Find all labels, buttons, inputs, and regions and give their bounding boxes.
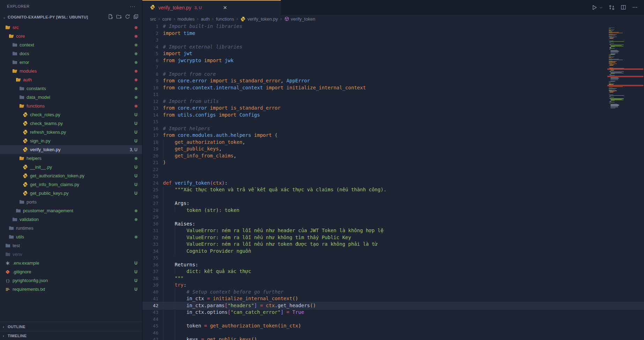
tree-item-verify_token.py[interactable]: verify_token.py3, U <box>0 145 142 154</box>
collapse-folders-button[interactable] <box>133 14 138 21</box>
tree-item-get_public_keys.py[interactable]: get_public_keys.pyU <box>0 189 142 198</box>
explorer-more-icon[interactable]: ··· <box>130 3 136 9</box>
tree-item-utils[interactable]: utils <box>0 232 142 241</box>
code-line-23[interactable]: 23 <box>142 173 644 180</box>
code-line-33[interactable]: 33 ValueError: ném ra lỗi nếu như token … <box>142 241 644 248</box>
code-line-43[interactable]: 43 in_ctx.options["can_catch_error"] = T… <box>142 309 644 316</box>
tree-item-auth[interactable]: auth <box>0 75 142 84</box>
code-line-13[interactable]: 13from core.error import is_standard_err… <box>142 105 644 112</box>
tree-item-docs[interactable]: docs <box>0 49 142 58</box>
tree-item-refresh_tokens.py[interactable]: refresh_tokens.pyU <box>0 128 142 136</box>
code-line-2[interactable]: 2import time <box>142 30 644 37</box>
tree-item-requirements.txt[interactable]: requirements.txtU <box>0 285 142 294</box>
minimap[interactable] <box>609 28 643 111</box>
code-line-31[interactable]: 31 ValueError: ném ra lỗi nếu như header… <box>142 227 644 234</box>
tree-item-error[interactable]: error <box>0 58 142 67</box>
code-line-27[interactable]: 27 Args: <box>142 200 644 207</box>
tree-item-check_roles.py[interactable]: check_roles.pyU <box>0 110 142 119</box>
tree-item-test[interactable]: test <box>0 241 142 250</box>
code-line-45[interactable]: 45 token = get_authorization_token(in_ct… <box>142 323 644 330</box>
code-line-24[interactable]: 24def verify_token(ctx): <box>142 180 644 187</box>
code-line-9[interactable]: 9from core.error import is_standard_erro… <box>142 77 644 84</box>
code-line-34[interactable]: 34 Cognito Provider nguồn <box>142 248 644 255</box>
more-actions-button[interactable] <box>632 5 638 10</box>
tree-item-ports[interactable]: ports <box>0 198 142 206</box>
tree-item-venv[interactable]: venv <box>0 250 142 259</box>
close-icon[interactable]: ✕ <box>223 5 227 10</box>
code-line-12[interactable]: 12# Import from utils <box>142 98 644 105</box>
panel-timeline[interactable]: ›TIMELINE <box>0 331 142 340</box>
new-file-button[interactable] <box>108 14 113 21</box>
code-line-42[interactable]: 42 in_ctx.params["headers"] = ctx.get_he… <box>142 302 644 309</box>
code-line-19[interactable]: 19 get_public_keys, <box>142 146 644 153</box>
tree-item-.env.example[interactable]: .env.exampleU <box>0 259 142 267</box>
code-line-1[interactable]: 1# Import built-in libraries <box>142 23 644 30</box>
tree-item-pyrightconfig.json[interactable]: {}pyrightconfig.jsonU <box>0 276 142 285</box>
tree-item-get_authorization_token.py[interactable]: get_authorization_token.pyU <box>0 171 142 180</box>
tree-item-modules[interactable]: modules <box>0 67 142 75</box>
tree-item-get_info_from_claims.py[interactable]: get_info_from_claims.pyU <box>0 180 142 189</box>
tree-item-validation[interactable]: validation <box>0 215 142 224</box>
tree-item-src[interactable]: src <box>0 23 142 32</box>
code-line-47[interactable]: 47 keys = get_public_keys() <box>142 336 644 340</box>
code-line-26[interactable]: 26 <box>142 193 644 200</box>
project-header[interactable]: ⌄ COGNITO-EXAMPLE-PY [WSL: UBUNTU] <box>0 13 142 22</box>
open-changes-button[interactable] <box>609 5 615 10</box>
code-line-8[interactable]: 8# Import from core <box>142 71 644 78</box>
tree-item-.gitignore[interactable]: .gitignoreU <box>0 267 142 276</box>
code-line-4[interactable]: 4# Import external libraries <box>142 44 644 51</box>
code-line-22[interactable]: 22 <box>142 166 644 173</box>
tree-item-check_teams.py[interactable]: check_teams.pyU <box>0 119 142 128</box>
code-line-44[interactable]: 44 <box>142 316 644 323</box>
code-line-15[interactable]: 15 <box>142 118 644 125</box>
code-line-36[interactable]: 36 Returns: <box>142 261 644 268</box>
code-line-21[interactable]: 21) <box>142 159 644 166</box>
code-line-40[interactable]: 40 # Setup context before go further <box>142 289 644 296</box>
code-line-35[interactable]: 35 <box>142 254 644 261</box>
breadcrumb-item-verify_token[interactable]: verify_token <box>284 16 315 22</box>
code-line-38[interactable]: 38 """ <box>142 275 644 282</box>
run-dropdown-button[interactable] <box>599 6 603 9</box>
code-line-39[interactable]: 39 try: <box>142 282 644 289</box>
tree-item-__init__.py[interactable]: __init__.pyU <box>0 163 142 171</box>
tree-item-runtimes[interactable]: runtimes <box>0 224 142 232</box>
code-line-11[interactable]: 11 <box>142 91 644 98</box>
refresh-explorer-button[interactable] <box>125 14 130 21</box>
code-line-29[interactable]: 29 <box>142 214 644 221</box>
split-editor-button[interactable] <box>621 5 626 10</box>
breadcrumb-item-functions[interactable]: functions <box>216 16 234 22</box>
code-line-46[interactable]: 46 <box>142 330 644 337</box>
code-line-32[interactable]: 32 ValueError: ném ra lỗi nếu như không … <box>142 234 644 241</box>
code-line-7[interactable]: 7 <box>142 64 644 71</box>
breadcrumb-item-src[interactable]: src <box>150 16 156 22</box>
panel-outline[interactable]: ›OUTLINE <box>0 322 142 331</box>
code-line-3[interactable]: 3 <box>142 37 644 44</box>
breadcrumb-item-core[interactable]: core <box>162 16 171 22</box>
tree-item-helpers[interactable]: helpers <box>0 154 142 163</box>
tree-item-pcustomer_management[interactable]: pcustomer_management <box>0 206 142 215</box>
tree-item-constants[interactable]: constants <box>0 84 142 93</box>
code-line-37[interactable]: 37 dict: kết quả xác thực <box>142 268 644 275</box>
code-line-6[interactable]: 6from jwcrypto import jwk <box>142 57 644 64</box>
code-line-14[interactable]: 14from utils.configs import Configs <box>142 112 644 119</box>
code-line-30[interactable]: 30 Raises: <box>142 221 644 228</box>
code-line-41[interactable]: 41 in_ctx = initialize_internal_context(… <box>142 295 644 302</box>
code-line-28[interactable]: 28 token (str): token <box>142 207 644 214</box>
code-line-25[interactable]: 25 """Xác thực token và trả về kết quả x… <box>142 186 644 193</box>
tree-item-data_model[interactable]: data_model <box>0 93 142 102</box>
tab-verify-token[interactable]: verify_token.py 3, U ✕ <box>142 0 281 15</box>
tree-item-core[interactable]: core <box>0 32 142 40</box>
run-button[interactable] <box>591 5 597 10</box>
tree-item-functions[interactable]: functions <box>0 102 142 110</box>
breadcrumb-item-auth[interactable]: auth <box>201 16 210 22</box>
code-line-18[interactable]: 18 get_authorization_token, <box>142 139 644 146</box>
new-folder-button[interactable] <box>116 14 122 21</box>
code-line-17[interactable]: 17from core.modules.auth.helpers import … <box>142 132 644 139</box>
code-line-5[interactable]: 5import jwt <box>142 50 644 57</box>
code-line-16[interactable]: 16# Import helpers <box>142 125 644 132</box>
breadcrumb-item-modules[interactable]: modules <box>178 16 195 22</box>
code-line-20[interactable]: 20 get_info_from_claims, <box>142 153 644 160</box>
tree-item-sign_in.py[interactable]: sign_in.pyU <box>0 136 142 145</box>
breadcrumb-item-verify_token.py[interactable]: verify_token.py <box>240 16 278 22</box>
code-line-10[interactable]: 10from core.context.internal_context imp… <box>142 84 644 91</box>
